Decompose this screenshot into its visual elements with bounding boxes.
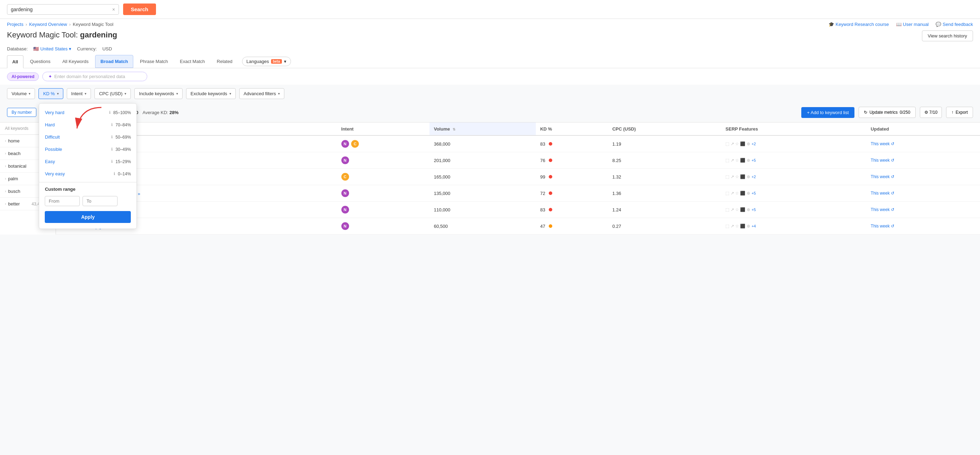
expand-icon: › bbox=[5, 139, 6, 143]
kd-dot bbox=[549, 224, 552, 228]
ai-powered-badge: AI-powered bbox=[7, 72, 39, 81]
kd-dropdown: Very hard ℹ 85–100% Hard ℹ 70–84% Diffic… bbox=[39, 103, 137, 229]
database-label: Database: bbox=[7, 46, 28, 51]
kd-filter[interactable]: KD % ▾ Very hard ℹ 85–100% Hard ℹ 70–84%… bbox=[38, 88, 63, 99]
chevron-down-icon: ▾ bbox=[84, 92, 86, 96]
add-to-keyword-list-button[interactable]: + Add to keyword list bbox=[801, 107, 854, 118]
tab-broad-match[interactable]: Broad Match bbox=[95, 55, 133, 68]
export-icon: ↑ bbox=[951, 110, 953, 115]
serp-icons: ⬚ ↗ ☆ ⬛ ⊕ +5 bbox=[725, 191, 862, 196]
kd-option-very-hard[interactable]: Very hard ℹ 85–100% bbox=[39, 106, 137, 119]
kd-option-very-easy[interactable]: Very easy ℹ 0–14% bbox=[39, 168, 137, 180]
kd-option-easy[interactable]: Easy ℹ 15–29% bbox=[39, 155, 137, 168]
book-icon: 📖 bbox=[896, 22, 902, 27]
breadcrumb-keyword-overview[interactable]: Keyword Overview bbox=[29, 22, 67, 27]
updated-link[interactable]: This week ↺ bbox=[871, 207, 976, 212]
chevron-down-icon: ▾ bbox=[284, 59, 286, 64]
send-feedback-link[interactable]: 💬 Send feedback bbox=[935, 22, 973, 27]
serp-icons: ⬚ ↗ ☆ ⬛ ⊕ +2 bbox=[725, 141, 862, 146]
view-history-button[interactable]: View search history bbox=[922, 30, 973, 41]
kd-from-input[interactable] bbox=[45, 196, 80, 206]
database-selector[interactable]: 🇺🇸 United States ▾ bbox=[33, 46, 72, 51]
col-volume[interactable]: Volume ⇅ bbox=[430, 123, 536, 136]
tabs-bar: All Questions All Keywords Broad Match P… bbox=[0, 55, 980, 68]
message-icon: 💬 bbox=[935, 22, 941, 27]
cpc-label: CPC (USD) bbox=[99, 91, 123, 96]
page-title: Keyword Magic Tool: gardening bbox=[7, 30, 117, 40]
update-metrics-button[interactable]: ↻ Update metrics 0/250 bbox=[859, 107, 916, 118]
table-row: ⊕ longwood gardens » N 201,000 76 8.25 ⬚… bbox=[56, 152, 980, 169]
tab-phrase-match[interactable]: Phrase Match bbox=[135, 55, 173, 68]
currency-label: Currency: bbox=[77, 46, 97, 51]
table-row: ⊕ busch gardens tampa » N 110,000 83 1.2… bbox=[56, 201, 980, 218]
col-serp: SERP Features bbox=[721, 123, 866, 136]
kd-option-hard[interactable]: Hard ℹ 70–84% bbox=[39, 119, 137, 131]
user-manual-link[interactable]: 📖 User manual bbox=[896, 22, 929, 27]
custom-range-label: Custom range bbox=[39, 184, 137, 194]
chevron-down-icon: ▾ bbox=[176, 92, 178, 96]
database-row: Database: 🇺🇸 United States ▾ Currency: U… bbox=[0, 45, 980, 55]
cpc-filter[interactable]: CPC (USD) ▾ bbox=[94, 88, 131, 99]
kd-dot bbox=[549, 175, 552, 179]
sep1: › bbox=[25, 22, 27, 27]
volume-filter[interactable]: Volume ▾ bbox=[7, 88, 35, 99]
expand-icon: › bbox=[5, 189, 6, 193]
kd-dot bbox=[549, 192, 552, 195]
export-button[interactable]: ↑ Export bbox=[946, 107, 973, 118]
intent-filter[interactable]: Intent ▾ bbox=[67, 88, 91, 99]
search-input-wrapper: × bbox=[7, 4, 119, 15]
intent-navigational: N bbox=[341, 140, 349, 148]
updated-link[interactable]: This week ↺ bbox=[871, 174, 976, 179]
domain-input[interactable]: ✦ Enter domain for personalized data bbox=[42, 72, 147, 81]
kd-dot bbox=[549, 142, 552, 145]
table-row: ⊕ callaway gardens » N 60,500 47 0.27 ⬚ … bbox=[56, 218, 980, 235]
kd-divider bbox=[39, 182, 137, 182]
col-intent: Intent bbox=[337, 123, 430, 136]
kd-option-possible[interactable]: Possible ℹ 30–49% bbox=[39, 143, 137, 155]
updated-link[interactable]: This week ↺ bbox=[871, 191, 976, 196]
tab-all[interactable]: All bbox=[7, 55, 24, 68]
updated-link[interactable]: This week ↺ bbox=[871, 224, 976, 228]
search-input[interactable] bbox=[11, 6, 110, 12]
serp-icons: ⬚ ↗ ☆ ⬛ ⊕ +2 bbox=[725, 174, 862, 179]
expand-icon: › bbox=[5, 202, 6, 206]
tab-questions[interactable]: Questions bbox=[25, 55, 56, 68]
expand-icon: › bbox=[5, 164, 6, 168]
kd-apply-button[interactable]: Apply bbox=[45, 211, 131, 223]
tab-related[interactable]: Related bbox=[212, 55, 238, 68]
clear-icon[interactable]: × bbox=[112, 6, 115, 12]
keyword-research-link[interactable]: 🎓 Keyword Research course bbox=[829, 22, 889, 27]
col-updated: Updated bbox=[867, 123, 980, 136]
search-button[interactable]: Search bbox=[123, 3, 156, 15]
languages-button[interactable]: Languages beta ▾ bbox=[242, 57, 291, 66]
gear-icon: ⚙ bbox=[924, 110, 928, 115]
intent-navigational: N bbox=[341, 156, 349, 164]
kd-to-input[interactable] bbox=[83, 196, 118, 206]
expand-icon: › bbox=[5, 152, 6, 155]
include-keywords-filter[interactable]: Include keywords ▾ bbox=[134, 88, 182, 99]
tab-all-keywords[interactable]: All Keywords bbox=[57, 55, 94, 68]
serp-icons: ⬚ ↗ ☆ ⬛ ⊕ +4 bbox=[725, 224, 862, 228]
currency-value: USD bbox=[102, 46, 112, 51]
by-number-button[interactable]: By number bbox=[7, 108, 37, 117]
updated-link[interactable]: This week ↺ bbox=[871, 141, 976, 146]
kd-dot bbox=[549, 158, 552, 162]
intent-commercial: C bbox=[351, 140, 359, 148]
breadcrumb-projects[interactable]: Projects bbox=[7, 22, 24, 27]
col-kd: KD % bbox=[536, 123, 608, 136]
languages-label: Languages bbox=[247, 59, 269, 64]
chevron-down-icon: ▾ bbox=[29, 92, 30, 96]
intent-commercial: C bbox=[341, 173, 349, 180]
tab-exact-match[interactable]: Exact Match bbox=[175, 55, 210, 68]
settings-button[interactable]: ⚙ 7/10 bbox=[920, 107, 942, 118]
chevron-down-icon: ▾ bbox=[57, 92, 59, 96]
exclude-keywords-filter[interactable]: Exclude keywords ▾ bbox=[186, 88, 236, 99]
search-bar: × Search bbox=[0, 0, 980, 19]
breadcrumb-bar: Projects › Keyword Overview › Keyword Ma… bbox=[0, 19, 980, 28]
updated-link[interactable]: This week ↺ bbox=[871, 158, 976, 163]
advanced-filters[interactable]: Advanced filters ▾ bbox=[239, 88, 285, 99]
intent-navigational: N bbox=[341, 189, 349, 197]
results-summary: By number Keywords: 1,134,761 Total volu… bbox=[0, 102, 980, 123]
filters-bar: Volume ▾ KD % ▾ Very hard ℹ 85–100% Hard… bbox=[0, 85, 980, 102]
kd-option-difficult[interactable]: Difficult ℹ 50–69% bbox=[39, 131, 137, 143]
